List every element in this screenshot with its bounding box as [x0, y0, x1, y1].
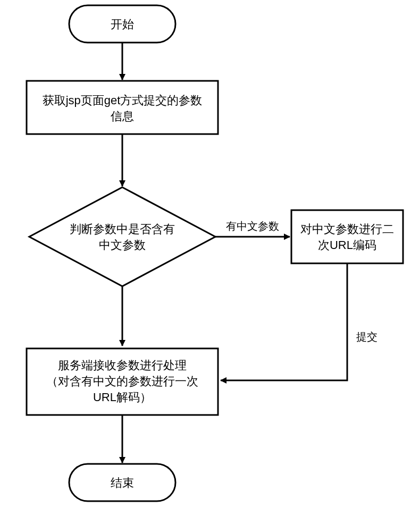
server-node: 服务端接收参数进行处理 （对含有中文的参数进行一次 URL解码）	[27, 348, 218, 415]
server-line1: 服务端接收参数进行处理	[58, 359, 187, 372]
acquire-node: 获取jsp页面get方式提交的参数 信息	[27, 81, 218, 134]
edge-encode-server	[221, 263, 347, 380]
encode-line2: 次URL编码	[318, 238, 376, 252]
end-label: 结束	[111, 476, 134, 489]
server-line3: URL解码）	[93, 390, 152, 404]
encode-node: 对中文参数进行二 次URL编码	[291, 210, 403, 263]
decide-node: 判断参数中是否含有 中文参数	[29, 187, 215, 286]
acquire-line2: 信息	[111, 110, 134, 123]
acquire-line1: 获取jsp页面get方式提交的参数	[43, 94, 203, 107]
encode-line1: 对中文参数进行二	[300, 222, 394, 236]
start-node: 开始	[69, 5, 175, 43]
server-line2: （对含有中文的参数进行一次	[46, 375, 198, 388]
decide-line2: 中文参数	[99, 238, 146, 252]
start-label: 开始	[111, 18, 134, 31]
end-node: 结束	[69, 464, 175, 501]
edge-submit-label: 提交	[356, 331, 378, 343]
decide-line1: 判断参数中是否含有	[70, 222, 175, 236]
flowchart-diagram: 开始 获取jsp页面get方式提交的参数 信息 判断参数中是否含有 中文参数 有…	[0, 0, 411, 532]
svg-marker-2	[29, 187, 215, 286]
edge-has-cn-label: 有中文参数	[226, 220, 279, 232]
svg-rect-1	[27, 81, 218, 134]
svg-rect-3	[291, 210, 403, 263]
